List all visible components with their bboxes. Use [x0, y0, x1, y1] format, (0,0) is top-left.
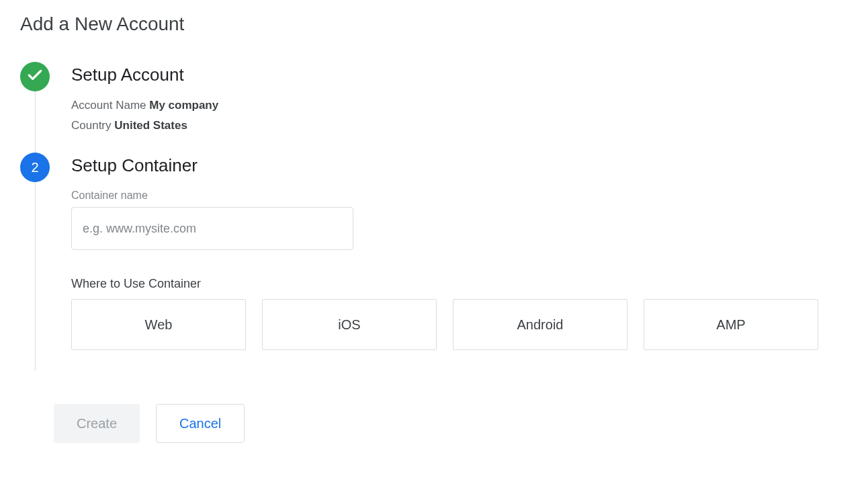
- account-name-value: My company: [149, 99, 218, 112]
- step-2-number: 2: [31, 160, 38, 175]
- account-name-summary: Account Name My company: [71, 99, 848, 112]
- container-use-options: Web iOS Android AMP: [71, 299, 848, 350]
- step-setup-account: Setup Account Account Name My company Co…: [20, 62, 848, 139]
- step-1-title: Setup Account: [71, 65, 848, 85]
- container-name-input[interactable]: [71, 207, 353, 250]
- option-web[interactable]: Web: [71, 299, 246, 350]
- container-name-label: Container name: [71, 190, 848, 202]
- stepper: Setup Account Account Name My company Co…: [20, 62, 848, 370]
- country-label: Country: [71, 119, 112, 132]
- where-to-use-label: Where to Use Container: [71, 277, 848, 291]
- page-title: Add a New Account: [20, 13, 848, 35]
- step-2-indicator: 2: [20, 153, 50, 182]
- action-buttons: Create Cancel: [54, 404, 848, 443]
- country-value: United States: [114, 119, 187, 132]
- create-button[interactable]: Create: [54, 404, 140, 443]
- step-setup-container: 2 Setup Container Container name Where t…: [20, 153, 848, 370]
- country-summary: Country United States: [71, 119, 848, 132]
- check-icon: [26, 67, 44, 87]
- account-name-label: Account Name: [71, 99, 146, 112]
- step-2-title: Setup Container: [71, 155, 848, 176]
- cancel-button[interactable]: Cancel: [156, 404, 245, 443]
- step-1-indicator: [20, 62, 50, 91]
- option-android[interactable]: Android: [453, 299, 627, 350]
- option-ios[interactable]: iOS: [262, 299, 437, 350]
- option-amp[interactable]: AMP: [644, 299, 818, 350]
